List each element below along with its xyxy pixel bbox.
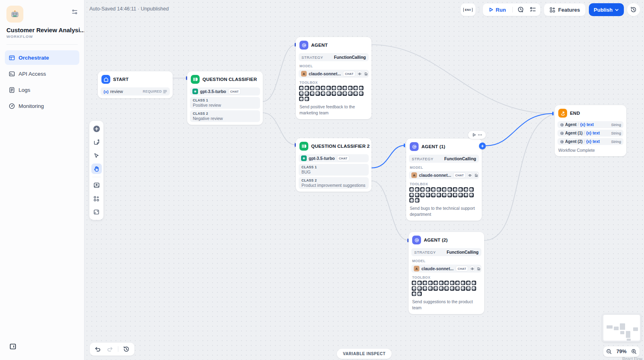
- pointer-tool-button[interactable]: [91, 150, 102, 161]
- edge-qc2-agent1-active[interactable]: [372, 145, 405, 168]
- tool-icon[interactable]: [450, 286, 454, 291]
- model-row[interactable]: A claude-sonnet... CHAT: [299, 70, 369, 78]
- tool-icon[interactable]: [353, 91, 358, 96]
- tool-icon[interactable]: [415, 193, 419, 197]
- workflow-settings-icon[interactable]: [72, 9, 78, 17]
- tool-icon[interactable]: [431, 187, 436, 192]
- tool-icon[interactable]: [412, 292, 416, 296]
- tool-icon[interactable]: [453, 187, 457, 192]
- model-row[interactable]: ✳ gpt-3.5-turbo CHAT: [299, 154, 369, 162]
- tool-icon[interactable]: [417, 286, 422, 291]
- model-row[interactable]: A claude-sonnet... CHAT: [411, 265, 481, 273]
- tool-icon[interactable]: [310, 91, 314, 96]
- tool-icon[interactable]: [409, 187, 414, 192]
- node-agent-1[interactable]: AGENT (1) STRATEGY FunctionCalling MODEL…: [406, 139, 482, 221]
- tool-icon[interactable]: [412, 286, 416, 291]
- tool-icon[interactable]: [433, 286, 438, 291]
- node-agent-2[interactable]: AGENT (2) STRATEGY FunctionCalling MODEL…: [409, 232, 484, 314]
- checklist-button[interactable]: [527, 4, 539, 15]
- tool-icon[interactable]: [409, 198, 414, 203]
- zoom-in-icon[interactable]: [631, 349, 637, 354]
- sidebar-item-logs[interactable]: Logs: [5, 83, 79, 97]
- tool-icon[interactable]: [437, 193, 441, 197]
- tool-icon[interactable]: [316, 86, 320, 90]
- tool-icon[interactable]: [442, 187, 446, 192]
- tool-icon[interactable]: [299, 97, 303, 101]
- tool-icon[interactable]: [310, 86, 314, 90]
- tool-icon[interactable]: [448, 193, 452, 197]
- tool-icon[interactable]: [305, 86, 309, 90]
- tool-icon[interactable]: [415, 198, 419, 203]
- version-history-button[interactable]: [627, 3, 640, 16]
- class-row[interactable]: CLASS 2 Negative review: [190, 110, 260, 122]
- undo-button[interactable]: [92, 344, 103, 354]
- tool-icon[interactable]: [321, 86, 325, 90]
- end-output-row[interactable]: Agent (2) / {x} text String: [557, 138, 623, 145]
- tool-icon[interactable]: [464, 187, 468, 192]
- tool-icon[interactable]: [305, 97, 309, 101]
- tool-icon[interactable]: [423, 281, 427, 285]
- tool-icon[interactable]: [417, 281, 422, 285]
- collapse-sidebar-icon[interactable]: [10, 343, 16, 351]
- organize-blocks-button[interactable]: [91, 193, 102, 204]
- redo-button[interactable]: [104, 344, 116, 354]
- tool-icon[interactable]: [458, 187, 463, 192]
- tool-icon[interactable]: [409, 193, 414, 197]
- tool-icon[interactable]: [337, 86, 342, 90]
- node-question-classifier[interactable]: QUESTION CLASSIFIER ✳ gpt-3.5-turbo CHAT…: [187, 71, 263, 125]
- workflow-canvas[interactable]: Auto-Saved 14:46:11 · Unpublished ENV Ru…: [85, 0, 644, 360]
- zoom-level[interactable]: 79%: [616, 349, 626, 354]
- publish-button[interactable]: Publish: [589, 3, 624, 16]
- model-row[interactable]: A claude-sonnet... CHAT: [409, 171, 479, 179]
- tool-icon[interactable]: [426, 187, 430, 192]
- tool-icon[interactable]: [437, 187, 441, 192]
- tool-icon[interactable]: [415, 187, 419, 192]
- tool-icon[interactable]: [466, 286, 471, 291]
- sidebar-item-monitoring[interactable]: Monitoring: [5, 99, 79, 113]
- class-row[interactable]: CLASS 2 Product improvement suggestions: [299, 177, 369, 189]
- tool-icon[interactable]: [412, 281, 416, 285]
- tool-icon[interactable]: [305, 91, 309, 96]
- zoom-out-icon[interactable]: [606, 349, 612, 354]
- class-row[interactable]: CLASS 1 BUG: [299, 164, 369, 176]
- tool-icon[interactable]: [466, 281, 471, 285]
- tool-icon[interactable]: [348, 91, 353, 96]
- edge-qc2-agent2[interactable]: [372, 181, 409, 240]
- fit-view-button[interactable]: [91, 207, 102, 217]
- tool-icon[interactable]: [439, 286, 444, 291]
- tool-icon[interactable]: [417, 292, 422, 296]
- tool-icon[interactable]: [423, 286, 427, 291]
- tool-icon[interactable]: [353, 86, 358, 90]
- add-note-button[interactable]: [91, 137, 102, 147]
- tool-icon[interactable]: [450, 281, 454, 285]
- tool-icon[interactable]: [458, 193, 463, 197]
- tool-icon[interactable]: [453, 193, 457, 197]
- run-button[interactable]: Run: [485, 4, 510, 15]
- edge-agent1-end-active[interactable]: [486, 114, 553, 146]
- tool-icon[interactable]: [455, 286, 460, 291]
- tool-icon[interactable]: [343, 86, 347, 90]
- tool-icon[interactable]: [420, 187, 425, 192]
- tool-icon[interactable]: [428, 286, 433, 291]
- edge-agent2-end[interactable]: [484, 114, 553, 240]
- edge-agent-end[interactable]: [372, 45, 553, 114]
- tool-icon[interactable]: [326, 91, 331, 96]
- run-history-button[interactable]: [515, 4, 526, 15]
- change-history-button[interactable]: [121, 344, 132, 354]
- tool-icon[interactable]: [469, 193, 474, 197]
- tool-icon[interactable]: [444, 281, 449, 285]
- tool-icon[interactable]: [299, 86, 303, 90]
- tool-icon[interactable]: [343, 91, 347, 96]
- minimap[interactable]: [602, 313, 642, 342]
- tool-icon[interactable]: [332, 86, 336, 90]
- tool-icon[interactable]: [332, 91, 336, 96]
- hand-tool-button[interactable]: [91, 163, 102, 174]
- node-question-classifier-2[interactable]: QUESTION CLASSIFIER 2 ✳ gpt-3.5-turbo CH…: [296, 138, 372, 192]
- tool-icon[interactable]: [316, 91, 320, 96]
- sidebar-item-api-access[interactable]: API Access: [5, 66, 79, 81]
- features-button[interactable]: Features: [544, 3, 586, 16]
- tool-icon[interactable]: [359, 86, 363, 90]
- tool-icon[interactable]: [337, 91, 342, 96]
- class-row[interactable]: CLASS 1 Positive review: [190, 97, 260, 109]
- tool-icon[interactable]: [461, 281, 465, 285]
